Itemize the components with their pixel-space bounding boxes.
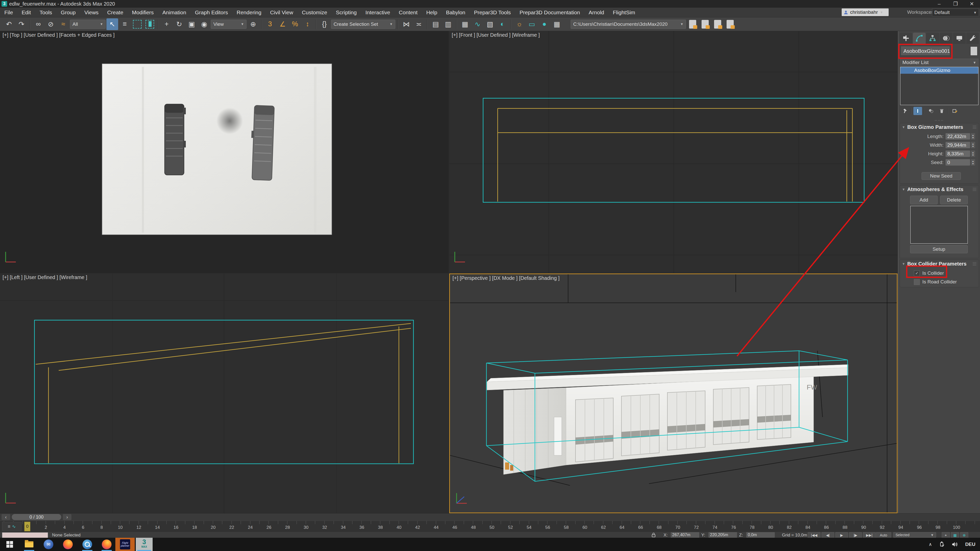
tab-display[interactable] xyxy=(953,33,966,44)
rendered-frame-window-icon[interactable]: ▭ xyxy=(526,18,538,30)
select-and-link-icon[interactable]: ∞ xyxy=(32,18,44,30)
menu-civil-view[interactable]: Civil View xyxy=(266,8,298,17)
previous-frame-button[interactable]: ‹ xyxy=(2,514,10,520)
viewport-front[interactable]: [+] [Front ] [User Defined ] [Wireframe … xyxy=(449,31,897,273)
scene-converter-icon[interactable] xyxy=(713,19,723,29)
modifier-stack-item[interactable]: AsoboBoxGizmo xyxy=(900,67,978,74)
next-frame-button[interactable]: |▶ xyxy=(849,532,862,538)
render-production-icon[interactable]: ● xyxy=(538,18,550,30)
rollout-collapse-icon[interactable]: ▼ xyxy=(902,125,905,129)
go-to-start-button[interactable]: |◀◀ xyxy=(808,532,821,538)
snap-toggle-3d-icon[interactable]: 3 xyxy=(264,18,276,30)
pin-stack-icon[interactable] xyxy=(900,107,909,115)
project-folder-dropdown[interactable]: C:\Users\Christian\Documents\3dsMax2020 … xyxy=(571,20,686,29)
web-search-icon[interactable] xyxy=(81,538,94,551)
flight-planner-app[interactable]: Flightplanner xyxy=(115,538,135,551)
width-field[interactable]: 29,944m xyxy=(945,142,970,148)
percent-snap-icon[interactable]: % xyxy=(289,18,301,30)
selection-lock-icon[interactable] xyxy=(651,532,656,537)
y-coordinate-field[interactable]: 220,205m xyxy=(708,532,737,538)
rect-selection-region-icon[interactable] xyxy=(131,18,143,30)
configure-modifier-sets-icon[interactable] xyxy=(951,107,959,115)
viewport-left[interactable]: [+] [Left ] [User Defined ] [Wireframe ] xyxy=(0,273,449,513)
scene-script-icon[interactable] xyxy=(725,19,735,29)
select-by-name-icon[interactable]: ≡ xyxy=(119,18,130,30)
maxscript-mini-listener[interactable] xyxy=(2,532,48,538)
minimize-button[interactable]: – xyxy=(931,0,947,8)
menu-create[interactable]: Create xyxy=(103,8,127,17)
show-end-result-icon[interactable] xyxy=(913,107,922,115)
3ds-max-taskbar-app[interactable]: 3MAX xyxy=(136,538,153,551)
rollout-header[interactable]: ▼ Box Gizmo Parameters xyxy=(900,123,979,131)
use-pivot-point-center-icon[interactable]: ⊕ xyxy=(247,18,259,30)
tab-utilities[interactable] xyxy=(966,33,979,44)
menu-prepar3d-tools[interactable]: Prepar3D Tools xyxy=(469,8,515,17)
selection-filter-dropdown[interactable]: All▼ xyxy=(70,20,106,29)
select-and-place-icon[interactable]: ◉ xyxy=(198,18,210,30)
window-crossing-icon[interactable] xyxy=(144,18,156,30)
edit-named-selection-sets-icon[interactable]: {} xyxy=(318,18,330,30)
fire-station-building[interactable]: FW xyxy=(487,365,848,475)
select-and-scale-icon[interactable]: ▣ xyxy=(186,18,197,30)
object-name-field[interactable]: AsoboBoxGizmo001 xyxy=(900,46,950,56)
frame-display[interactable]: 0 / 100 xyxy=(12,514,61,520)
is-road-collider-checkbox[interactable] xyxy=(914,279,920,285)
select-object-button[interactable]: ↖ xyxy=(107,18,118,30)
viewport-perspective[interactable]: [+] [Perspective ] [DX Mode ] [Default S… xyxy=(449,273,897,513)
viewport-left-label[interactable]: [+] [Left ] [User Defined ] [Wireframe ] xyxy=(3,275,87,280)
menu-file[interactable]: File xyxy=(0,8,18,17)
seed-field[interactable]: 0 xyxy=(945,159,970,165)
seed-spinner[interactable]: ▲▼ xyxy=(971,159,975,165)
menu-group[interactable]: Group xyxy=(56,8,80,17)
rollout-header[interactable]: ▼ Box Collider Parameters xyxy=(900,260,979,268)
menu-scripting[interactable]: Scripting xyxy=(331,8,361,17)
modifier-list-dropdown[interactable]: Modifier List ▼ xyxy=(900,59,978,66)
viewport-layout-icon[interactable]: ▦ xyxy=(951,532,959,538)
x-coordinate-field[interactable]: 267,407m xyxy=(671,532,699,538)
bind-to-space-warp-icon[interactable]: ≈ xyxy=(57,18,69,30)
angle-snap-icon[interactable]: ∠ xyxy=(277,18,288,30)
menu-customize[interactable]: Customize xyxy=(298,8,331,17)
setup-button[interactable]: Setup xyxy=(910,245,968,253)
close-button[interactable]: ✕ xyxy=(964,0,980,8)
select-and-rotate-icon[interactable]: ↻ xyxy=(173,18,185,30)
maximize-button[interactable]: ❐ xyxy=(947,0,964,8)
mirror-icon[interactable]: ⋈ xyxy=(401,18,412,30)
delete-button[interactable]: Delete xyxy=(940,196,968,204)
open-project-folder-icon[interactable] xyxy=(700,19,710,29)
key-filters-dropdown[interactable]: Selected▼ xyxy=(893,532,936,538)
menu-animation[interactable]: Animation xyxy=(158,8,190,17)
length-field[interactable]: 22,432m xyxy=(945,133,970,140)
tab-motion[interactable] xyxy=(940,33,953,44)
toggle-scene-explorer-icon[interactable]: ▤ xyxy=(430,18,442,30)
remove-modifier-icon[interactable] xyxy=(937,107,946,115)
object-color-swatch[interactable] xyxy=(970,46,977,56)
play-button[interactable]: ▶ xyxy=(835,532,848,538)
height-spinner[interactable]: ▲▼ xyxy=(971,151,975,157)
atmospheres-list[interactable] xyxy=(910,206,968,244)
usb-device-icon[interactable] xyxy=(939,541,945,548)
previous-frame-button[interactable]: ◀| xyxy=(821,532,834,538)
firefox-icon[interactable] xyxy=(61,538,75,551)
menu-flightsim[interactable]: FlightSim xyxy=(608,8,640,17)
named-selection-sets-dropdown[interactable]: Create Selection Set▼ xyxy=(331,20,395,29)
width-spinner[interactable]: ▲▼ xyxy=(971,142,975,148)
auto-key-button[interactable]: Auto xyxy=(876,532,891,538)
thunderbird-icon[interactable]: ✉ xyxy=(42,538,55,551)
menu-graph-editors[interactable]: Graph Editors xyxy=(191,8,232,17)
tray-chevron-icon[interactable]: ∧ xyxy=(929,541,932,547)
unlink-selection-icon[interactable]: ⊘ xyxy=(45,18,57,30)
redo-icon[interactable]: ↷ xyxy=(16,18,27,30)
rollout-collapse-icon[interactable]: ▼ xyxy=(902,262,905,266)
z-coordinate-field[interactable]: 0,0m xyxy=(746,532,775,538)
firefox-secondary-icon[interactable] xyxy=(100,538,113,551)
user-account-chip[interactable]: christianbahr ▼ xyxy=(842,8,889,16)
render-setup-icon[interactable]: ☼ xyxy=(514,18,525,30)
asset-tracking-icon[interactable] xyxy=(687,19,698,29)
menu-rendering[interactable]: Rendering xyxy=(232,8,266,17)
make-unique-icon[interactable] xyxy=(927,107,935,115)
curve-editor-icon[interactable]: ∿ xyxy=(472,18,484,30)
menu-arnold[interactable]: Arnold xyxy=(584,8,609,17)
track-bar[interactable]: 0 24681012141618202224262830323436384042… xyxy=(0,521,980,532)
menu-babylon[interactable]: Babylon xyxy=(442,8,469,17)
